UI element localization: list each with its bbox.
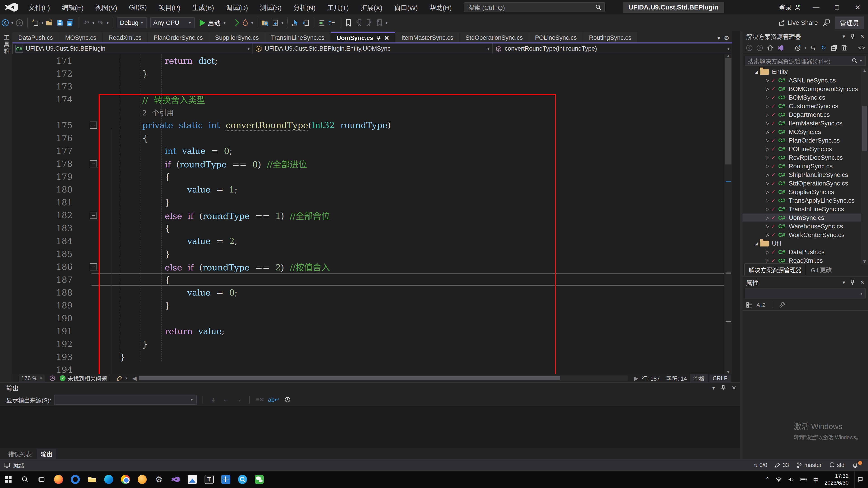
typora-icon[interactable]: T (201, 471, 217, 488)
output-content[interactable] (0, 406, 743, 448)
pin-icon[interactable] (376, 36, 381, 41)
tree-item-readxml-cs[interactable]: ▷✓C#ReadXml.cs (743, 256, 868, 265)
goto-message-icon[interactable]: ⤓ (209, 395, 218, 404)
code-line-181[interactable]: 181 } (12, 196, 724, 209)
hot-reload-button[interactable] (240, 17, 250, 29)
bottom-tab-output[interactable]: 输出 (37, 449, 56, 459)
menu-item-t[interactable]: 工具(T) (321, 0, 355, 14)
close-tab-icon[interactable]: ✕ (384, 35, 389, 42)
code-line-176[interactable]: 176 { (12, 131, 724, 144)
tree-item-transinlinesync-cs[interactable]: ▷✓C#TransInLineSync.cs (743, 205, 868, 214)
menu-item-n[interactable]: 分析(N) (287, 0, 321, 14)
tab-stdoperationsync-cs[interactable]: StdOperationSync.cs (460, 32, 529, 43)
scroll-down-arrow[interactable]: ▼ (724, 369, 733, 374)
code-line-187[interactable]: 187 { (12, 273, 724, 286)
find-in-files-button[interactable] (260, 17, 270, 29)
expand-arrow-icon[interactable]: ▷ (764, 104, 771, 109)
output-pin-icon[interactable] (721, 385, 726, 391)
expand-arrow-icon[interactable]: ▷ (764, 129, 771, 134)
network-icon[interactable] (776, 477, 782, 482)
se-forward-icon[interactable] (755, 43, 764, 53)
properties-pin-icon[interactable] (850, 280, 855, 285)
tree-item-warehousesync-cs[interactable]: ▷✓C#WarehouseSync.cs (743, 222, 868, 231)
battery-icon[interactable] (800, 477, 807, 482)
undo-button[interactable]: ↶ (81, 17, 92, 29)
fold-collapse-marker[interactable]: − (90, 263, 97, 270)
code-lines[interactable]: 171 return dict;172 }173174 // 转换舍入类型 2 … (12, 54, 724, 374)
navigate-back-dropdown[interactable]: ▾ (10, 21, 14, 25)
scrollbar-thumb[interactable] (725, 58, 732, 164)
tree-item-entity[interactable]: ◢Entity (743, 68, 868, 76)
tab-suppliersync-cs[interactable]: SupplierSync.cs (209, 32, 265, 43)
scroll-up-arrow[interactable]: ▲ (724, 54, 733, 59)
expand-arrow-icon[interactable]: ▷ (764, 87, 771, 92)
code-line-186[interactable]: 186− else if (roundType == 2) //按值舍入 (12, 260, 724, 273)
tab-planordersync-cs[interactable]: PlanOrderSync.cs (148, 32, 209, 43)
search-icon[interactable] (17, 471, 33, 488)
categorized-view-icon[interactable] (746, 302, 752, 308)
toolbox-side-tab[interactable]: 工具箱 (2, 34, 10, 55)
expand-arrow-icon[interactable]: ◢ (753, 241, 760, 246)
feedback-user-icon[interactable] (823, 19, 830, 26)
blue-grid-app-icon[interactable] (217, 471, 234, 488)
edge-icon[interactable] (100, 471, 117, 488)
menu-item-s[interactable]: 测试(S) (254, 0, 287, 14)
se-refresh-icon[interactable]: ↻ (819, 43, 828, 53)
tray-expand-chevron[interactable]: ⌃ (765, 476, 770, 483)
expand-arrow-icon[interactable]: ▷ (764, 215, 771, 220)
se-window-dropdown[interactable]: ▾ (842, 33, 845, 39)
code-line-172[interactable]: 172 } (12, 67, 724, 80)
start-debug-button[interactable]: 启动 ▾ (196, 17, 230, 29)
code-line-193[interactable]: 193} (12, 350, 724, 363)
code-line-188[interactable]: 188 value = 0; (12, 286, 724, 299)
menu-item-f[interactable]: 文件(F) (23, 0, 56, 14)
breadcrumb-type[interactable]: UFIDA.U9.Cust.Std.BEPlugin.Entity.UOMSyn… (252, 43, 492, 54)
se-filter-dropdown[interactable]: ▾ (804, 45, 807, 50)
wechat-icon[interactable] (251, 471, 268, 488)
se-code-view-icon[interactable]: <> (857, 43, 866, 53)
tree-item-bomsync-cs[interactable]: ▷✓C#BOMSync.cs (743, 93, 868, 102)
code-line-185[interactable]: 185 } (12, 248, 724, 260)
expand-arrow-icon[interactable]: ▷ (764, 250, 771, 255)
editor-horizontal-scrollbar[interactable] (139, 376, 628, 381)
code-line-179[interactable]: 179 { (12, 170, 724, 183)
properties-close-icon[interactable]: ✕ (860, 280, 864, 286)
code-line-178[interactable]: 178− if (roundType == 0) //全部进位 (12, 157, 724, 170)
tab-routingsync-cs[interactable]: RoutingSync.cs (583, 32, 637, 43)
alphabetical-sort-icon[interactable]: A↓Z (756, 302, 765, 308)
close-button[interactable]: ✕ (847, 0, 868, 14)
task-view-icon[interactable] (33, 471, 50, 488)
tab-options-gear-icon[interactable]: ⚙ (724, 35, 729, 41)
code-line-189[interactable]: 189 } (12, 299, 724, 312)
tree-item-shipplanlinesync-cs[interactable]: ▷✓C#ShipPlanLineSync.cs (743, 170, 868, 179)
notifications-bell[interactable] (852, 462, 862, 468)
start-without-debug-button[interactable] (230, 17, 240, 29)
expand-arrow-icon[interactable]: ▷ (764, 155, 771, 160)
tab-polinesync-cs[interactable]: POLineSync.cs (529, 32, 583, 43)
solution-platform-select[interactable]: Any CPU▾ (150, 18, 195, 28)
minimize-button[interactable]: — (806, 0, 827, 14)
tab-itemmastersync-cs[interactable]: ItemMasterSync.cs (396, 32, 459, 43)
next-bookmark-button[interactable] (364, 17, 374, 29)
orange-circle-app-icon[interactable] (134, 471, 151, 488)
navigate-back-button[interactable] (0, 17, 10, 29)
menu-item-w[interactable]: 窗口(W) (388, 0, 424, 14)
tree-item-suppliersync-cs[interactable]: ▷✓C#SupplierSync.cs (743, 188, 868, 196)
expand-arrow-icon[interactable]: ▷ (764, 207, 771, 212)
git-repository[interactable]: std (829, 462, 844, 468)
code-line-175[interactable]: 175− private static int convertRoundType… (12, 119, 724, 131)
expand-arrow-icon[interactable]: ▷ (764, 121, 771, 126)
toggle-bookmark-button[interactable] (343, 17, 353, 29)
solution-search-input[interactable]: 搜索解决方案资源管理器(Ctrl+;) ▾ (745, 56, 866, 66)
se-back-icon[interactable] (745, 43, 754, 53)
code-line-194[interactable]: 194 (12, 363, 724, 374)
menu-item-b[interactable]: 生成(B) (186, 0, 220, 14)
previous-message-icon[interactable]: ← (221, 395, 231, 404)
track-changes-icon[interactable]: ▾ (117, 375, 128, 381)
search-app-icon[interactable] (234, 471, 251, 488)
hot-reload-dropdown[interactable]: ▾ (250, 21, 254, 25)
breadcrumb-member[interactable]: convertRoundType(int roundType) ▾ (493, 43, 733, 54)
input-language-indicator[interactable]: 中 (813, 476, 818, 484)
code-line-183[interactable]: 183 { (12, 222, 724, 234)
admin-badge[interactable]: 管理员 (835, 17, 864, 29)
